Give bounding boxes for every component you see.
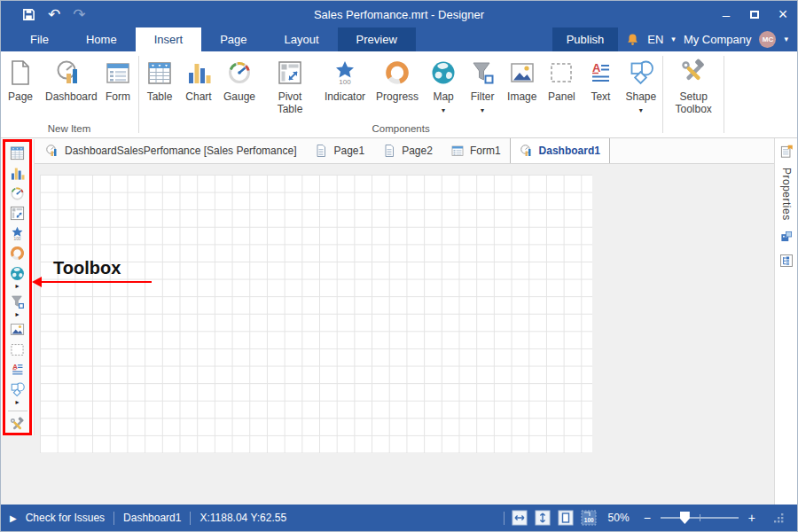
fit-page-height-icon[interactable] [535, 510, 551, 526]
language-caret-icon[interactable]: ▾ [671, 35, 676, 43]
ribbon-item-page[interactable]: Page [1, 56, 40, 104]
tab-preview[interactable]: Preview [338, 27, 416, 51]
zoom-100-icon[interactable] [581, 510, 597, 526]
toolbox-shape-expand-icon[interactable]: ▸ [15, 398, 19, 406]
doc-tab-label: Dashboard1 [539, 145, 600, 157]
minimize-icon: – [723, 7, 730, 22]
fit-page-width-icon[interactable] [512, 510, 528, 526]
ribbon-item-label: Setup Toolbox [669, 91, 717, 116]
map-dropdown-caret-icon[interactable]: ▾ [442, 106, 445, 114]
setup-toolbox-icon [9, 417, 26, 434]
ribbon-item-indicator[interactable]: Indicator [319, 56, 371, 104]
panel-icon [547, 59, 575, 87]
tab-page[interactable]: Page [201, 27, 265, 51]
tab-insert[interactable]: Insert [136, 27, 202, 51]
ribbon-separator [662, 56, 663, 133]
publish-button[interactable]: Publish [552, 27, 619, 51]
report-tree-icon[interactable] [778, 253, 794, 269]
language-selector[interactable]: EN [647, 33, 663, 46]
doc-tab-form1[interactable]: Form1 [442, 138, 510, 163]
doc-tab-dashboard1[interactable]: Dashboard1 [510, 137, 610, 163]
ribbon-item-panel[interactable]: Panel [542, 56, 581, 104]
annotation-arrow-line [41, 281, 152, 283]
ribbon-item-progress[interactable]: Progress [371, 56, 424, 104]
zoom-in-button[interactable]: + [746, 511, 758, 525]
setup-toolbox-icon [679, 59, 708, 87]
doc-tab-page2[interactable]: Page2 [373, 138, 442, 163]
zoom-slider-thumb[interactable] [680, 512, 690, 524]
check-for-issues-button[interactable]: Check for Issues [26, 512, 105, 524]
ribbon-item-text[interactable]: Text [581, 56, 620, 104]
shape-icon [9, 381, 26, 398]
text-icon [586, 59, 614, 87]
dictionary-icon[interactable] [778, 229, 794, 245]
minimize-button[interactable]: – [712, 1, 740, 27]
tab-file[interactable]: File [12, 27, 67, 51]
properties-icon[interactable] [778, 144, 794, 160]
ribbon-item-chart[interactable]: Chart [179, 56, 218, 104]
properties-panel-tab[interactable]: Properties [780, 168, 793, 221]
ribbon-item-label: Page [8, 91, 33, 104]
zoom-slider[interactable] [661, 517, 739, 519]
toolbox-item-progress[interactable] [5, 244, 30, 263]
toolbox-item-setup-toolbox[interactable] [5, 415, 30, 434]
toolbox-item-shape[interactable] [5, 380, 30, 400]
ribbon-item-form[interactable]: Form [98, 56, 137, 104]
redo-icon[interactable]: ↷ [73, 7, 85, 22]
ribbon-item-shape[interactable]: Shape ▾ [620, 56, 661, 114]
toolbox-item-map[interactable] [5, 264, 30, 284]
save-icon[interactable] [22, 8, 35, 21]
ribbon-item-image[interactable]: Image [502, 56, 542, 104]
play-icon[interactable]: ▶ [10, 513, 17, 523]
ribbon-item-map[interactable]: Map ▾ [424, 56, 463, 114]
dashboard-canvas[interactable] [40, 175, 592, 453]
account-name[interactable]: My Company [684, 33, 752, 46]
toolbox-item-table[interactable] [5, 144, 30, 163]
ribbon-item-filter[interactable]: Filter ▾ [463, 56, 502, 114]
ribbon-item-setup-toolbox[interactable]: Setup Toolbox [664, 56, 723, 116]
account-caret-icon[interactable]: ▾ [784, 35, 788, 43]
toolbox-separator [8, 411, 27, 411]
ribbon-separator [138, 56, 139, 133]
close-button[interactable]: × [769, 1, 797, 27]
ribbon-item-label: Dashboard [45, 91, 93, 104]
tab-home[interactable]: Home [67, 27, 136, 51]
bell-icon[interactable] [626, 33, 639, 46]
shape-dropdown-caret-icon[interactable]: ▾ [639, 106, 643, 114]
toolbox-map-expand-icon[interactable]: ▸ [15, 282, 19, 290]
ribbon-group-label [664, 132, 723, 137]
doc-tab-page1[interactable]: Page1 [305, 138, 373, 163]
chart-icon [9, 165, 26, 182]
toolbox-item-filter[interactable] [5, 292, 30, 311]
form-icon [450, 144, 465, 158]
annotation-label: Toolbox [53, 258, 121, 278]
undo-icon[interactable]: ↶ [48, 7, 60, 22]
toolbox-filter-expand-icon[interactable]: ▸ [15, 310, 19, 318]
toolbox-item-pivot-table[interactable] [5, 204, 30, 223]
gauge-icon [225, 59, 254, 87]
map-icon [9, 265, 26, 282]
dashboard-icon [55, 59, 83, 87]
status-right: 50% − + [504, 510, 797, 526]
tab-layout[interactable]: Layout [266, 27, 338, 51]
zoom-out-button[interactable]: − [641, 511, 653, 525]
ribbon-item-pivot-table[interactable]: Pivot Table [261, 56, 319, 116]
status-left: ▶ Check for Issues Dashboard1 X:1188.04 … [1, 512, 286, 525]
fit-whole-page-icon[interactable] [558, 510, 574, 526]
toolbox-item-panel[interactable] [5, 340, 30, 359]
maximize-button[interactable] [740, 1, 769, 27]
toolbox-item-image[interactable] [5, 320, 30, 340]
filter-dropdown-caret-icon[interactable]: ▾ [481, 106, 484, 114]
toolbox-item-text[interactable] [5, 360, 30, 379]
toolbox-item-chart[interactable] [5, 164, 30, 184]
doc-tab-dashboard-sales-perfomance[interactable]: DashboardSalesPerfomance [Sales Perfoman… [36, 138, 305, 163]
toolbox-item-gauge[interactable] [5, 184, 30, 203]
shape-icon [627, 59, 655, 87]
avatar[interactable]: MC [759, 31, 776, 48]
ribbon-item-gauge[interactable]: Gauge [218, 56, 261, 104]
toolbox-item-indicator[interactable] [5, 223, 30, 243]
doc-tab-label: Page1 [333, 145, 364, 157]
ribbon-item-table[interactable]: Table [140, 56, 179, 104]
resize-grip[interactable] [772, 512, 785, 524]
ribbon-item-dashboard[interactable]: Dashboard [40, 56, 98, 104]
